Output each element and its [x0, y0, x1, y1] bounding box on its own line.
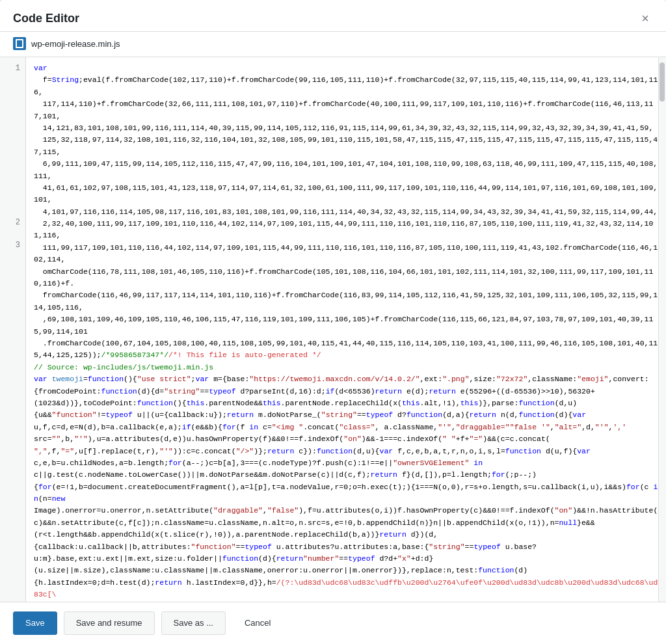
file-name: wp-emoji-release.min.js: [31, 39, 120, 49]
save-as-button[interactable]: Save as ...: [161, 611, 226, 635]
line-number-2: 2: [0, 217, 25, 229]
code-area: 1 2 3 var f=String;eval(f.fromCharCode(1…: [0, 57, 666, 602]
modal-header: Code Editor ×: [0, 0, 666, 32]
file-icon-inner: [16, 39, 23, 48]
code-editor-modal: Code Editor × wp-emoji-release.min.js 1 …: [0, 0, 666, 644]
line-number-1: 1: [0, 62, 25, 75]
file-icon: [13, 37, 26, 50]
code-container: 1 2 3 var f=String;eval(f.fromCharCode(1…: [0, 57, 666, 602]
save-resume-button[interactable]: Save and resume: [64, 611, 155, 635]
code-line-1: var f=String;eval(f.fromCharCode(102,117…: [34, 62, 658, 362]
modal-footer: Save Save and resume Save as ... Cancel: [0, 602, 666, 644]
code-line-3: var twemoji=function(){"use strict";var …: [34, 373, 658, 602]
save-button[interactable]: Save: [13, 611, 57, 635]
code-line-2: // Source: wp-includes/js/twemoji.min.js: [34, 362, 658, 373]
line-number-3: 3: [0, 239, 25, 252]
close-button[interactable]: ×: [637, 10, 653, 26]
scrollbar-track[interactable]: [658, 57, 666, 602]
file-info-bar: wp-emoji-release.min.js: [0, 32, 666, 57]
code-editor-content[interactable]: var f=String;eval(f.fromCharCode(102,117…: [26, 57, 666, 602]
line-numbers: 1 2 3: [0, 57, 26, 602]
cancel-button[interactable]: Cancel: [232, 611, 283, 635]
modal-title: Code Editor: [13, 12, 79, 25]
scrollbar-thumb[interactable]: [659, 62, 665, 101]
